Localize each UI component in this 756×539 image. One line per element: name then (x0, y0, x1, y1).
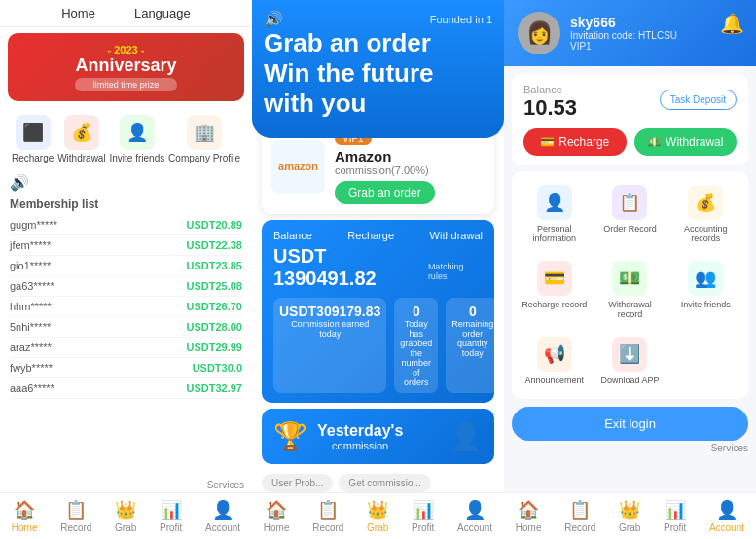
panel1-icon-row: ⬛ Recharge 💰 Withdrawal 👤 Invite friends… (0, 107, 252, 171)
nav2-record-label: Record (312, 522, 343, 533)
sound-row: 🔊 (0, 171, 252, 194)
menu-withdrawal-record[interactable]: 💵 Withdrawal record (595, 255, 666, 325)
member-name: gugm***** (10, 219, 57, 231)
icon-invite[interactable]: 👤 Invite friends (110, 115, 165, 163)
icon-company-label: Company Profile (168, 153, 240, 163)
menu-order-record[interactable]: 📋 Order Record (595, 179, 666, 249)
nav2-home[interactable]: 🏠 Home (264, 499, 290, 533)
bell-icon[interactable]: 🔔 (720, 12, 744, 35)
membership-title: Membership list (0, 194, 252, 215)
panel2-footer-tags: User Prob... Get commissio... (252, 470, 504, 492)
account-icon: 👤 (464, 499, 486, 521)
nav-profit-label: Profit (160, 522, 182, 533)
list-item: hhm***** USDT26.70 (10, 297, 242, 317)
panel3-bottom-nav: 🏠 Home 📋 Record 👑 Grab 📊 Profit 👤 Accoun… (504, 492, 756, 539)
icon-recharge-label: Recharge (12, 153, 54, 163)
list-item: 5nhi***** USDT28.00 (10, 317, 242, 338)
banner-year: - 2023 - (75, 44, 176, 55)
commission-title: Yesterday's (317, 422, 403, 440)
nav-profit[interactable]: 📊 Profit (160, 499, 182, 533)
nav2-grab[interactable]: 👑 Grab (367, 499, 388, 533)
commission-stat: USDT309179.83 Commission earned today (273, 298, 386, 393)
panel2-hero: 🔊 Founded in 1 Grab an order Win the fut… (252, 0, 504, 138)
grab-icon: 👑 (619, 499, 640, 521)
nav2-account[interactable]: 👤 Account (457, 499, 492, 533)
trophy-icon: 🏆 (273, 420, 307, 452)
panel-left: Home Language - 2023 - Anniversary limit… (0, 0, 252, 539)
nav3-record[interactable]: 📋 Record (564, 499, 595, 533)
balance-value: 10.53 (523, 95, 577, 121)
member-name: 5nhi***** (10, 321, 51, 333)
menu-accounting-records[interactable]: 💰 Accounting records (670, 179, 740, 249)
menu-order-record-label: Order Record (603, 224, 657, 234)
member-name: gio1***** (10, 260, 51, 271)
recharge-icon: 💳 (540, 135, 555, 149)
member-name: jfem***** (10, 239, 51, 251)
nav3-grab-label: Grab (619, 522, 640, 533)
balance-card: Balance Recharge Withdrawal USDT 1390491… (262, 220, 494, 403)
menu-announcement[interactable]: 📢 Announcement (520, 331, 590, 391)
profit-icon: 📊 (161, 499, 182, 521)
recharge-button[interactable]: 💳 Recharge (523, 128, 627, 156)
nav2-record[interactable]: 📋 Record (312, 499, 343, 533)
user-avatar: 👩 (518, 12, 560, 54)
recharge-record-icon: 💳 (537, 261, 572, 296)
menu-download-label: Download APP (600, 376, 659, 385)
icon-company[interactable]: 🏢 Company Profile (168, 115, 240, 163)
nav3-home[interactable]: 🏠 Home (516, 499, 542, 533)
withdrawal-icon: 💵 (647, 135, 662, 149)
nav-home[interactable]: 🏠 Home (12, 499, 38, 533)
download-icon: ⬇️ (612, 337, 647, 372)
username: sky666 (570, 15, 677, 30)
nav-grab[interactable]: 👑 Grab (115, 499, 136, 533)
remaining-stat: 0 Remaining order quantity today (446, 298, 499, 393)
nav3-profit[interactable]: 📊 Profit (664, 499, 686, 533)
panel3-balance-section: Balance 10.53 Task Deposit 💳 Recharge 💵 … (512, 74, 748, 165)
nav3-profit-label: Profit (664, 522, 686, 533)
nav-account[interactable]: 👤 Account (205, 499, 240, 533)
menu-personal-info[interactable]: 👤 Personal information (520, 179, 590, 249)
task-deposit-button[interactable]: Task Deposit (660, 90, 737, 110)
panel1-banner: - 2023 - Anniversary limited time prize (8, 33, 244, 101)
record-icon: 📋 (317, 499, 339, 521)
withdrawal-button[interactable]: 💵 Withdrawal (634, 128, 738, 156)
get-commission-tag[interactable]: Get commissio... (339, 474, 430, 492)
nav2-profit-label: Profit (412, 522, 434, 533)
balance-top-row: Balance Recharge Withdrawal (273, 230, 483, 241)
panel2-bottom-nav: 🏠 Home 📋 Record 👑 Grab 📊 Profit 👤 Accoun… (252, 492, 504, 539)
banner-prize: limited time prize (75, 78, 176, 91)
exit-login-button[interactable]: Exit login (512, 407, 748, 441)
menu-recharge-record-label: Recharge record (522, 300, 587, 309)
member-amount: USDT23.85 (187, 260, 242, 271)
user-prob-tag[interactable]: User Prob... (262, 474, 333, 492)
member-amount: USDT22.38 (187, 239, 242, 251)
commission-value: USDT309179.83 (279, 304, 380, 319)
menu-download-app[interactable]: ⬇️ Download APP (595, 331, 666, 391)
panel1-header: Home Language (0, 0, 252, 27)
list-item: araz***** USDT29.99 (10, 338, 242, 358)
list-item: jfem***** USDT22.38 (10, 235, 242, 256)
balance-label: Balance (273, 230, 312, 241)
header-language[interactable]: Language (134, 6, 191, 20)
nav-grab-label: Grab (115, 522, 136, 533)
icon-withdrawal[interactable]: 💰 Withdrawal (57, 115, 105, 163)
grab-order-button[interactable]: Grab an order (335, 181, 435, 204)
nav2-profit[interactable]: 📊 Profit (412, 499, 434, 533)
nav3-account[interactable]: 👤 Account (709, 499, 744, 533)
header-home[interactable]: Home (61, 6, 95, 20)
nav3-account-label: Account (709, 522, 744, 533)
panel2-hero-title: Grab an order Win the future with you (264, 28, 492, 120)
menu-invite-friends[interactable]: 👥 Invite friends (670, 255, 740, 325)
nav3-grab[interactable]: 👑 Grab (619, 499, 640, 533)
nav-record[interactable]: 📋 Record (60, 499, 91, 533)
banner-title: Anniversary (75, 55, 176, 76)
list-item: ga63***** USDT25.08 (10, 276, 242, 297)
menu-withdrawal-record-label: Withdrawal record (595, 300, 666, 319)
list-item: gio1***** USDT23.85 (10, 256, 242, 276)
menu-recharge-record[interactable]: 💳 Recharge record (520, 255, 590, 325)
icon-recharge[interactable]: ⬛ Recharge (12, 115, 54, 163)
withdrawal-label: Withdrawal (430, 230, 483, 241)
nav2-account-label: Account (457, 522, 492, 533)
member-amount: USDT29.99 (187, 341, 242, 353)
matching-rules[interactable]: Matching rules (428, 262, 483, 281)
